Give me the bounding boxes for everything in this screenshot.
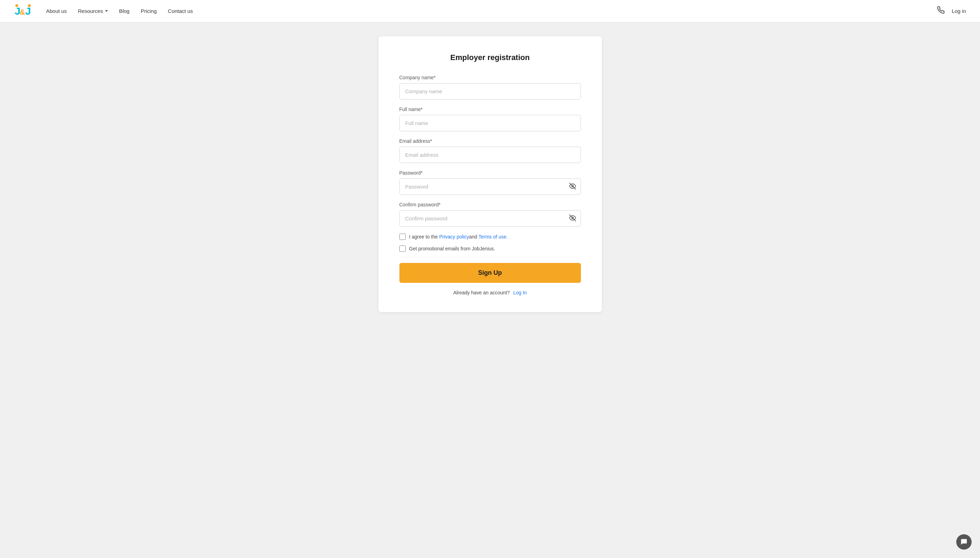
signup-button[interactable]: Sign Up — [400, 263, 581, 283]
privacy-policy-group: I agree to the Privacy policyand Terms o… — [400, 234, 581, 240]
navbar-right: Log in — [937, 6, 966, 16]
login-existing-link[interactable]: Log In — [513, 290, 527, 295]
nav-contact-us[interactable]: Contact us — [168, 8, 193, 14]
chat-bubble[interactable] — [956, 534, 972, 550]
nav-about-us[interactable]: About us — [46, 8, 67, 14]
logo[interactable]: J & J — [14, 3, 32, 19]
phone-icon[interactable] — [937, 6, 945, 16]
confirm-password-input[interactable] — [400, 210, 581, 226]
email-label: Email address* — [400, 138, 581, 144]
privacy-policy-label: I agree to the Privacy policyand Terms o… — [409, 234, 508, 240]
registration-card: Employer registration Company name* Full… — [379, 36, 602, 312]
nav-pricing[interactable]: Pricing — [141, 8, 157, 14]
confirm-password-label: Confirm password* — [400, 202, 581, 207]
terms-of-use-link[interactable]: Terms of use. — [479, 234, 508, 240]
svg-point-4 — [28, 4, 31, 7]
already-account: Already have an account? Log In — [400, 290, 581, 295]
confirm-password-toggle-icon[interactable] — [569, 214, 576, 223]
svg-text:J: J — [25, 5, 31, 17]
svg-text:&: & — [20, 8, 25, 16]
password-label: Password* — [400, 170, 581, 176]
privacy-policy-link[interactable]: Privacy policy — [439, 234, 469, 240]
privacy-policy-checkbox[interactable] — [400, 234, 406, 240]
logo-svg: J & J — [14, 3, 32, 19]
svg-point-3 — [15, 4, 18, 7]
nav-blog[interactable]: Blog — [119, 8, 129, 14]
confirm-password-wrapper — [400, 210, 581, 226]
nav-resources[interactable]: Resources — [78, 8, 108, 14]
resources-dropdown-icon — [105, 10, 108, 12]
login-link[interactable]: Log in — [952, 8, 966, 14]
company-name-label: Company name* — [400, 75, 581, 80]
full-name-label: Full name* — [400, 107, 581, 112]
promo-emails-label: Get promotional emails from JobJenius. — [409, 246, 495, 251]
company-name-group: Company name* — [400, 75, 581, 100]
promo-emails-group: Get promotional emails from JobJenius. — [400, 246, 581, 252]
promo-emails-checkbox[interactable] — [400, 246, 406, 252]
email-group: Email address* — [400, 138, 581, 163]
confirm-password-group: Confirm password* — [400, 202, 581, 226]
main-content: Employer registration Company name* Full… — [0, 22, 980, 333]
navbar: J & J About us Resources Blog Pricing Co… — [0, 0, 980, 22]
navbar-links: About us Resources Blog Pricing Contact … — [46, 8, 937, 14]
company-name-input[interactable] — [400, 83, 581, 100]
email-input[interactable] — [400, 147, 581, 163]
password-input[interactable] — [400, 179, 581, 195]
password-toggle-icon[interactable] — [569, 183, 576, 191]
registration-form: Company name* Full name* Email address* … — [400, 75, 581, 295]
already-account-text: Already have an account? — [453, 290, 510, 295]
full-name-group: Full name* — [400, 107, 581, 131]
password-wrapper — [400, 179, 581, 195]
password-group: Password* — [400, 170, 581, 195]
form-title: Employer registration — [400, 53, 581, 62]
full-name-input[interactable] — [400, 115, 581, 131]
